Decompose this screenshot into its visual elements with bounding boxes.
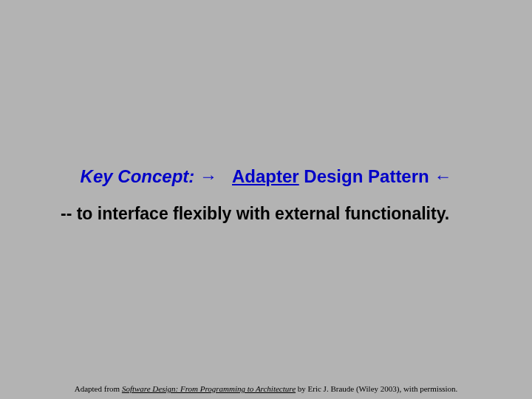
slide-footer: Adapted from Software Design: From Progr…	[0, 384, 532, 393]
arrow-left-icon: ←	[434, 166, 451, 186]
key-concept-label: Key Concept:	[81, 166, 195, 186]
footer-prefix: Adapted from	[75, 384, 122, 393]
slide-title: Key Concept: → Adapter Design Pattern ←	[0, 166, 532, 187]
arrow-right-icon: →	[200, 166, 217, 186]
pattern-suffix: Design Pattern	[304, 166, 429, 186]
title-spacer	[222, 166, 228, 186]
pattern-name: Adapter	[232, 166, 299, 186]
slide: Key Concept: → Adapter Design Pattern ← …	[0, 0, 532, 399]
footer-book-title: Software Design: From Programming to Arc…	[122, 384, 296, 393]
slide-body: -- to interface flexibly with external f…	[61, 203, 473, 225]
footer-suffix: by Eric J. Braude (Wiley 2003), with per…	[296, 384, 457, 393]
